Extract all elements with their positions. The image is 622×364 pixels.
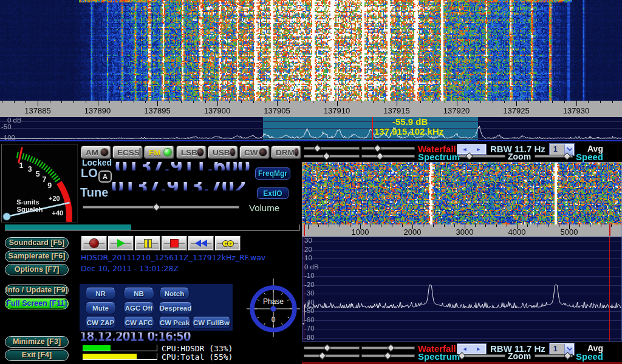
spectrum-range-slider-top[interactable] (304, 153, 360, 160)
mode-button-drm[interactable]: DRM (271, 146, 301, 159)
mode-button-label: LSB (177, 148, 197, 157)
speed-slider-bottom-thumb[interactable] (564, 352, 572, 360)
dsp-button-cw-fullbw[interactable]: CW FullBw (192, 317, 231, 329)
ext-io-button[interactable]: ExtIO (257, 187, 289, 199)
audio-db-label: 30 (304, 237, 312, 244)
mode-button-usb[interactable]: USB (208, 146, 238, 159)
spectrum-offset-slider-top-thumb[interactable] (376, 152, 384, 160)
spectrum-offset-slider-top-track (361, 155, 415, 158)
audio-frequency-ruler[interactable] (302, 224, 621, 237)
speed-slider-top-thumb[interactable] (563, 152, 571, 160)
svg-text:3: 3 (28, 165, 32, 174)
squelch-label: Squelch (17, 206, 43, 213)
squelch-bar[interactable] (5, 224, 299, 231)
divider-line (0, 140, 622, 141)
audio-db-label: 0 dB (304, 263, 319, 271)
mode-button-cw[interactable]: CW (239, 146, 270, 159)
pause-button[interactable] (135, 236, 160, 251)
dsp-button-nr[interactable]: NR (85, 288, 116, 300)
sidebar-button-samplerate[interactable]: Samplerate [F6] (5, 251, 69, 262)
hdsdr-window: -55.9 dB 137,915.102 kHz 0 dB-50-100 135… (0, 0, 622, 364)
mode-led-indicator (295, 149, 298, 156)
rewind-icon (195, 240, 207, 247)
record-button[interactable] (81, 236, 107, 251)
audio-spectrum-trace (302, 237, 621, 341)
dsp-button-cw-zap[interactable]: CW ZAP (85, 317, 116, 329)
speed-slider-top[interactable] (535, 153, 573, 160)
main-waterfall[interactable] (0, 0, 622, 101)
spectrum-range-slider-bottom[interactable] (304, 352, 360, 359)
scroll-right-arrow-icon[interactable]: ▸ (477, 146, 480, 152)
audio-waterfall[interactable] (302, 163, 621, 224)
mode-button-label: FM (145, 148, 164, 157)
waterfall-contrast-slider-top[interactable] (361, 145, 415, 152)
waterfall-contrast-slider-bottom-thumb[interactable] (387, 344, 395, 352)
spectrum-offset-slider-top[interactable] (361, 153, 415, 160)
loop-button[interactable] (215, 236, 241, 251)
dsp-button-cw-peak[interactable]: CW Peak (159, 317, 191, 329)
spectrum-offset-slider-bottom-thumb[interactable] (384, 352, 392, 360)
sidebar-button-minimize[interactable]: Minimize [F3] (5, 336, 69, 348)
lo-lock-badge[interactable]: A (98, 170, 112, 183)
mode-button-label: DRM (272, 148, 295, 157)
speed-slider-bottom[interactable] (535, 352, 573, 359)
mode-button-ecss[interactable]: ECSS (112, 146, 143, 159)
dsp-button-nb[interactable]: NB (123, 288, 154, 300)
spectrum-range-slider-top-thumb[interactable] (323, 152, 330, 160)
audio-db-label: -40 (304, 298, 315, 306)
zoom-slider-top-thumb[interactable] (465, 152, 473, 160)
zoom-slider-bottom-thumb[interactable] (458, 352, 466, 360)
mode-led-indicator (197, 149, 203, 156)
audio-waterfall-panel[interactable] (302, 162, 622, 237)
waterfall-brightness-slider-top[interactable] (304, 145, 360, 152)
main-db-label: -50 (1, 123, 12, 130)
main-spectrum-panel[interactable]: -55.9 dB 137,915.102 kHz 0 dB-50-100 (0, 117, 622, 140)
tune-frequency-display[interactable]: 0137.913.702 (111, 182, 246, 190)
zoom-slider-bottom[interactable] (459, 352, 505, 359)
waterfall-contrast-slider-top-thumb[interactable] (374, 144, 381, 152)
scroll-left-arrow-icon[interactable]: ◂ (463, 146, 466, 152)
scroll-left-arrow-icon[interactable]: ◂ (463, 346, 466, 352)
cpu-total-bar-fill (83, 354, 137, 359)
lo-frequency-display[interactable]: 0137.911.600 (115, 162, 250, 170)
volume-slider[interactable] (83, 204, 239, 211)
sidebar-button-options[interactable]: Options [F7] (5, 264, 69, 275)
dsp-button-agc-off[interactable]: AGC Off (123, 302, 154, 314)
audio-db-label: -30 (304, 289, 315, 297)
mode-led-indicator (230, 149, 235, 156)
dsp-button-notch[interactable]: Notch (159, 288, 190, 300)
mode-button-am[interactable]: AM (81, 146, 111, 159)
spectrum-offset-slider-bottom[interactable] (361, 352, 415, 359)
phase-indicator: Phase 0 (246, 277, 301, 338)
sidebar-button-info-update[interactable]: Info / Update [F9] (5, 285, 69, 296)
mode-button-lsb[interactable]: LSB (176, 146, 207, 159)
waterfall-contrast-slider-bottom[interactable] (361, 345, 415, 351)
dsp-button-despread[interactable]: Despread (159, 302, 193, 314)
waterfall-brightness-slider-bottom[interactable] (304, 345, 360, 351)
main-frequency-ruler[interactable] (0, 101, 622, 117)
audio-spectrum-panel[interactable]: 3020100 dB-10-20-30-40-50-60-70-80 (302, 237, 622, 342)
volume-slider-track (83, 206, 239, 209)
freq-mgr-button[interactable]: FreqMgr (255, 167, 290, 180)
stop-button[interactable] (162, 236, 187, 251)
play-button[interactable] (108, 236, 134, 251)
scroll-right-arrow-icon[interactable]: ▸ (477, 346, 480, 352)
lo-label: LO (81, 169, 98, 177)
dsp-button-cw-afc[interactable]: CW AFC (123, 317, 154, 329)
rewind-button[interactable] (188, 236, 214, 251)
sidebar-button-exit[interactable]: Exit [F4] (5, 349, 69, 361)
sidebar-button-full-screen[interactable]: Full Screen [F11] (5, 298, 69, 309)
svg-text:+20: +20 (49, 195, 60, 202)
sidebar-button-soundcard[interactable]: Soundcard [F5] (5, 237, 69, 249)
waterfall-brightness-slider-bottom-thumb[interactable] (323, 344, 331, 352)
waterfall-brightness-slider-top-thumb[interactable] (313, 144, 321, 152)
spectrum-label-bottom: Spectrum (418, 351, 460, 362)
spectrum-range-slider-bottom-thumb[interactable] (318, 352, 326, 360)
dsp-button-mute[interactable]: Mute (85, 302, 116, 314)
volume-slider-thumb[interactable] (152, 203, 160, 211)
mode-button-fm[interactable]: FM (144, 146, 174, 159)
datetime-display: 18.12.2011 0:16:50 (80, 332, 191, 341)
band-edge-marker-left (304, 224, 305, 236)
zoom-slider-top[interactable] (459, 153, 505, 160)
band-edge-line-right (609, 237, 610, 341)
